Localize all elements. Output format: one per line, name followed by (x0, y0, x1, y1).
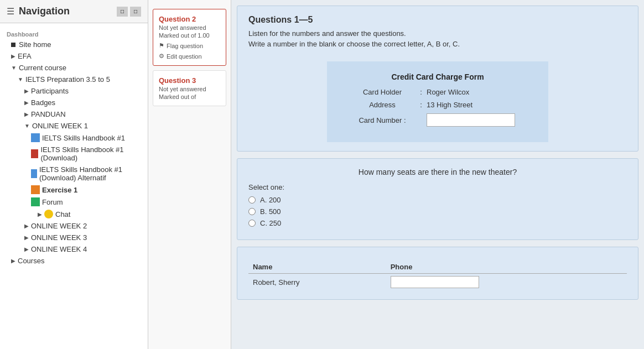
cc-value-holder: Roger Wilcox (427, 88, 469, 96)
arrow-down-icon: ▼ (24, 123, 30, 129)
arrow-down-icon: ▼ (11, 65, 17, 71)
q3-table: Name Phone Robert, Sherry (248, 261, 627, 290)
radio-option-b: B. 500 (248, 207, 627, 216)
sidebar-item-exercise1[interactable]: Exercise 1 (0, 184, 148, 196)
arrow-right-icon: ▶ (11, 53, 15, 59)
cc-label-holder: Card Holder (349, 88, 416, 96)
file-red-icon (31, 149, 38, 158)
question-2-text: How many seats are there in the new thea… (248, 168, 627, 176)
cc-form-row-address: Address : 13 High Street (349, 101, 526, 109)
middle-panel: Question 2 Not yet answered Marked out o… (148, 0, 231, 349)
question-card-2: Question 2 Not yet answered Marked out o… (153, 9, 226, 66)
col-name: Name (248, 261, 386, 274)
sidebar-item-handbook1-dl[interactable]: IELTS Skills Handbook #1 (Download) (0, 144, 148, 164)
sidebar-item-courses[interactable]: ▶ Courses (0, 255, 148, 267)
flag-question-2-button[interactable]: ⚑ Flag question (159, 42, 203, 49)
file-chat-icon (44, 210, 53, 218)
edit-question-2-button[interactable]: ⚙ Edit question (159, 53, 202, 60)
sidebar-item-current-course[interactable]: ▼ Current course (0, 62, 148, 74)
radio-c-input[interactable] (248, 220, 256, 227)
sidebar-item-site-home[interactable]: Site home (0, 39, 148, 50)
questions-1-5-section: Questions 1—5 Listen for the numbers and… (237, 6, 638, 152)
radio-option-c: C. 250 (248, 219, 627, 227)
sidebar-item-ielts-prep[interactable]: ▼ IELTS Preparation 3.5 to 5 (0, 74, 148, 85)
nav-header: ☰ Navigation □ □ (0, 0, 148, 23)
radio-a-label: A. 200 (260, 196, 281, 204)
question-2-section: How many seats are there in the new thea… (237, 158, 638, 240)
sidebar-item-online-week-3[interactable]: ▶ ONLINE WEEK 3 (0, 232, 148, 243)
sidebar-item-online-week-4[interactable]: ▶ ONLINE WEEK 4 (0, 243, 148, 255)
arrow-right-icon: ▶ (24, 223, 29, 229)
question-3-section: Name Phone Robert, Sherry (237, 247, 638, 300)
sidebar-item-badges[interactable]: ▶ Badges (0, 97, 148, 108)
file-pencil-icon (31, 185, 40, 194)
arrow-right-icon: ▶ (24, 88, 29, 94)
arrow-right-icon: ▶ (11, 258, 15, 264)
sidebar-item-forum[interactable]: Forum (0, 196, 148, 208)
arrow-right-icon: ▶ (38, 211, 42, 217)
nav-title: Navigation (19, 6, 70, 17)
file-blue-icon (31, 169, 37, 178)
bullet-icon (11, 43, 15, 47)
arrow-down-icon: ▼ (18, 76, 23, 82)
arrow-right-icon: ▶ (24, 111, 29, 117)
cc-form-row-holder: Card Holder : Roger Wilcox (349, 88, 526, 96)
sidebar-item-participants[interactable]: ▶ Participants (0, 85, 148, 97)
question-2-marked: Marked out of 1.00 (159, 32, 220, 39)
cc-form-row-number: Card Number : (349, 113, 526, 127)
radio-c-label: C. 250 (260, 219, 281, 227)
instruction-2: Write a number in the blank or choose th… (248, 40, 627, 48)
file-blue-icon (31, 133, 40, 142)
radio-b-input[interactable] (248, 208, 256, 215)
sidebar-item-efa[interactable]: ▶ EFA (0, 50, 148, 62)
question-3-label: Question 3 (159, 76, 220, 85)
select-one-label: Select one: (248, 183, 627, 191)
cc-value-address: 13 High Street (427, 101, 472, 109)
question-3-marked: Marked out of (159, 93, 220, 100)
radio-a-input[interactable] (248, 196, 256, 204)
cc-form-title: Credit Card Charge Form (349, 72, 526, 81)
nav-controls: □ □ (117, 7, 141, 17)
question-3-status: Not yet answered (159, 86, 220, 92)
cc-label-address: Address (349, 101, 416, 109)
flag-icon: ⚑ (159, 42, 164, 49)
arrow-right-icon: ▶ (24, 246, 29, 252)
phone-input[interactable] (391, 276, 479, 288)
arrow-right-icon: ▶ (24, 100, 29, 106)
row-phone (386, 274, 627, 291)
nav-icon-btn-1[interactable]: □ (117, 7, 128, 17)
sidebar-item-panduan[interactable]: ▶ PANDUAN (0, 108, 148, 120)
sidebar: ☰ Navigation □ □ Dashboard Site home ▶ E… (0, 0, 148, 349)
dashboard-label: Dashboard (0, 28, 148, 39)
arrow-right-icon: ▶ (24, 235, 29, 241)
gear-icon: ⚙ (159, 53, 164, 60)
file-forum-icon (31, 197, 40, 206)
radio-option-a: A. 200 (248, 196, 627, 204)
cc-form: Credit Card Charge Form Card Holder : Ro… (327, 61, 548, 142)
question-card-3: Question 3 Not yet answered Marked out o… (153, 70, 226, 106)
sidebar-item-online-week-2[interactable]: ▶ ONLINE WEEK 2 (0, 220, 148, 232)
section-title: Questions 1—5 (248, 15, 627, 25)
sidebar-item-online-week-1[interactable]: ▼ ONLINE WEEK 1 (0, 120, 148, 132)
cc-sep-holder: : (416, 88, 427, 96)
nav-header-left: ☰ Navigation (7, 6, 70, 17)
question-2-label: Question 2 (159, 15, 220, 23)
cc-label-number: Card Number : (349, 116, 416, 124)
table-row: Robert, Sherry (248, 274, 627, 291)
main-content: Questions 1—5 Listen for the numbers and… (231, 0, 644, 349)
nav-icon-btn-2[interactable]: □ (130, 7, 141, 17)
col-phone: Phone (386, 261, 627, 274)
cc-sep-address: : (416, 101, 427, 109)
radio-b-label: B. 500 (260, 207, 281, 216)
sidebar-item-chat[interactable]: ▶ Chat (0, 208, 148, 220)
sidebar-content: Dashboard Site home ▶ EFA ▼ Current cour… (0, 23, 148, 271)
sidebar-item-handbook1[interactable]: IELTS Skills Handbook #1 (0, 132, 148, 144)
question-2-status: Not yet answered (159, 24, 220, 31)
sidebar-item-handbook1-alt[interactable]: IELTS Skills Handbook #1 (Download) Alte… (0, 164, 148, 184)
row-name: Robert, Sherry (248, 274, 386, 291)
instruction-1: Listen for the numbers and answer the qu… (248, 29, 627, 38)
card-number-input[interactable] (427, 113, 515, 127)
hamburger-icon[interactable]: ☰ (7, 6, 14, 17)
